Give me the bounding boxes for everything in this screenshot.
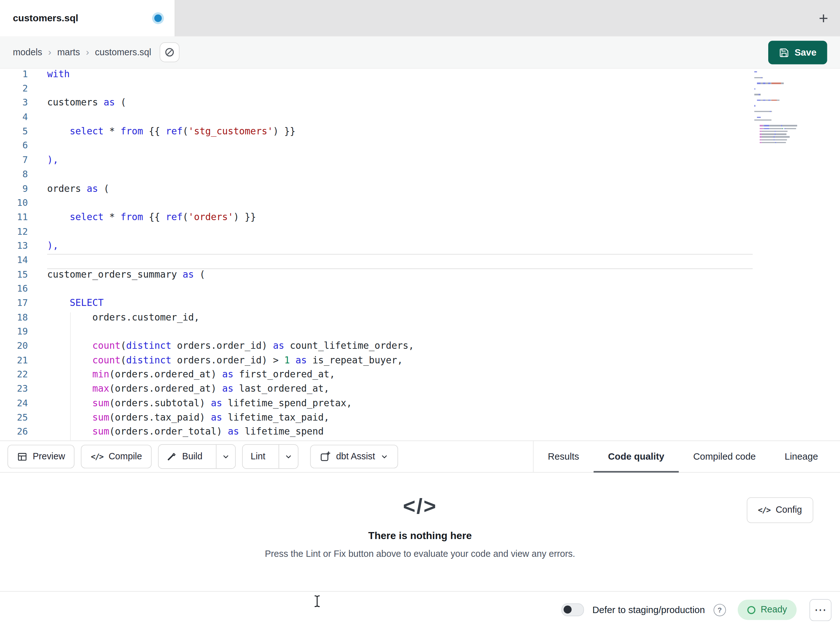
preview-label: Preview bbox=[33, 451, 65, 462]
code-line[interactable]: 6 bbox=[0, 140, 840, 154]
config-label: Config bbox=[775, 505, 802, 516]
code-line[interactable]: 19 bbox=[0, 326, 840, 340]
status-bar: Defer to staging/production ? Ready ⋯ bbox=[0, 591, 840, 628]
line-number: 14 bbox=[0, 255, 28, 269]
code-line[interactable]: 13), bbox=[0, 240, 840, 255]
code-line[interactable]: 4 bbox=[0, 111, 840, 126]
code-line[interactable]: 16 bbox=[0, 283, 840, 297]
hammer-icon bbox=[167, 451, 177, 462]
code-line[interactable]: 7), bbox=[0, 154, 840, 169]
indent-guide bbox=[70, 312, 71, 440]
line-number: 21 bbox=[0, 354, 28, 369]
line-number: 19 bbox=[0, 326, 28, 340]
build-button[interactable]: Build bbox=[158, 445, 210, 468]
assist-sparkle-icon bbox=[320, 451, 331, 462]
code-line[interactable]: 20 count(distinct orders.order_id) as co… bbox=[0, 340, 840, 354]
code-editor[interactable]: 1with23customers as (45 select * from {{… bbox=[0, 69, 840, 441]
line-number: 4 bbox=[0, 111, 28, 126]
save-icon bbox=[779, 47, 789, 57]
tab-lineage[interactable]: Lineage bbox=[770, 441, 832, 472]
line-number: 15 bbox=[0, 269, 28, 283]
code-line[interactable]: 9orders as ( bbox=[0, 183, 840, 197]
line-number: 20 bbox=[0, 340, 28, 354]
new-tab-button[interactable]: + bbox=[819, 0, 828, 36]
toggle-knob bbox=[564, 605, 571, 613]
minimap[interactable] bbox=[754, 71, 804, 145]
compile-button[interactable]: </> Compile bbox=[81, 445, 152, 468]
chevron-down-icon bbox=[284, 452, 292, 460]
tab-code-quality[interactable]: Code quality bbox=[594, 441, 679, 472]
code-lines: 1with23customers as (45 select * from {{… bbox=[0, 69, 840, 440]
line-number: 22 bbox=[0, 369, 28, 383]
format-icon bbox=[164, 47, 175, 57]
breadcrumb-customers-sql[interactable]: customers.sql bbox=[95, 47, 151, 58]
line-number: 24 bbox=[0, 397, 28, 412]
lint-dropdown-button[interactable] bbox=[279, 445, 298, 468]
breadcrumb-row: models › marts › customers.sql Save bbox=[0, 36, 840, 69]
build-dropdown-button[interactable] bbox=[216, 445, 235, 468]
line-number: 8 bbox=[0, 169, 28, 183]
compile-label: Compile bbox=[109, 451, 142, 462]
code-line[interactable]: 18 orders.customer_id, bbox=[0, 312, 840, 326]
code-line[interactable]: 17 SELECT bbox=[0, 297, 840, 312]
lint-button[interactable]: Lint bbox=[243, 445, 273, 468]
ready-status-badge[interactable]: Ready bbox=[738, 600, 797, 620]
chevron-down-icon bbox=[381, 452, 388, 460]
code-line[interactable]: 21 count(distinct orders.order_id) > 1 a… bbox=[0, 354, 840, 369]
line-number: 1 bbox=[0, 69, 28, 83]
unsaved-changes-dot-icon bbox=[154, 14, 162, 22]
line-number: 6 bbox=[0, 140, 28, 154]
text-cursor-icon bbox=[313, 595, 321, 607]
preview-button[interactable]: Preview bbox=[8, 445, 75, 468]
line-number: 3 bbox=[0, 97, 28, 111]
plus-icon: + bbox=[819, 9, 828, 27]
code-line[interactable]: 1with bbox=[0, 69, 840, 83]
tab-compiled-code[interactable]: Compiled code bbox=[679, 441, 770, 472]
line-number: 16 bbox=[0, 283, 28, 297]
breadcrumb-models[interactable]: models bbox=[13, 47, 42, 58]
code-line[interactable]: 25 sum(orders.tax_paid) as lifetime_tax_… bbox=[0, 412, 840, 426]
line-number: 11 bbox=[0, 212, 28, 226]
help-icon[interactable]: ? bbox=[714, 604, 726, 616]
line-number: 5 bbox=[0, 126, 28, 140]
empty-state: </> There is nothing here Press the Lint… bbox=[0, 473, 840, 559]
dbt-assist-button[interactable]: dbt Assist bbox=[310, 445, 398, 468]
tab-results[interactable]: Results bbox=[533, 441, 594, 472]
code-line[interactable]: 12 bbox=[0, 226, 840, 240]
empty-state-title: There is nothing here bbox=[368, 530, 472, 542]
save-button[interactable]: Save bbox=[768, 41, 827, 64]
code-line[interactable]: 5 select * from {{ ref('stg_customers') … bbox=[0, 126, 840, 140]
code-line[interactable]: 10 bbox=[0, 197, 840, 212]
code-line[interactable]: 23 max(orders.ordered_at) as last_ordere… bbox=[0, 383, 840, 397]
breadcrumb-marts[interactable]: marts bbox=[57, 47, 80, 58]
format-button[interactable] bbox=[160, 42, 180, 62]
config-button[interactable]: </> Config bbox=[747, 497, 813, 523]
line-number: 23 bbox=[0, 383, 28, 397]
empty-state-subtitle: Press the Lint or Fix button above to ev… bbox=[265, 549, 575, 559]
code-line[interactable]: 22 min(orders.ordered_at) as first_order… bbox=[0, 369, 840, 383]
editor-toolbar: Preview </> Compile Build Lint bbox=[0, 441, 840, 473]
ready-label: Ready bbox=[761, 604, 787, 615]
file-tab-title: customers.sql bbox=[13, 13, 78, 24]
line-number: 9 bbox=[0, 183, 28, 197]
line-number: 7 bbox=[0, 154, 28, 169]
file-tab-customers-sql[interactable]: customers.sql bbox=[0, 0, 175, 36]
code-line[interactable]: 24 sum(orders.subtotal) as lifetime_spen… bbox=[0, 397, 840, 412]
code-line[interactable]: 3customers as ( bbox=[0, 97, 840, 111]
save-label: Save bbox=[794, 47, 816, 58]
code-line[interactable]: 2 bbox=[0, 83, 840, 97]
breadcrumb-separator: › bbox=[86, 47, 89, 58]
more-options-button[interactable]: ⋯ bbox=[810, 599, 831, 621]
tab-bar: customers.sql + bbox=[0, 0, 840, 36]
code-line[interactable]: 15customer_orders_summary as ( bbox=[0, 269, 840, 283]
code-line[interactable]: 11 select * from {{ ref('orders') }} bbox=[0, 212, 840, 226]
code-line[interactable]: 26 sum(orders.order_total) as lifetime_s… bbox=[0, 426, 840, 440]
code-line[interactable]: 8 bbox=[0, 169, 840, 183]
line-number: 25 bbox=[0, 412, 28, 426]
build-label: Build bbox=[182, 451, 203, 462]
ellipsis-icon: ⋯ bbox=[814, 603, 827, 617]
code-line[interactable]: 14 bbox=[0, 255, 840, 269]
lint-split-button: Lint bbox=[242, 444, 298, 469]
defer-toggle[interactable] bbox=[561, 603, 584, 616]
code-slash-icon: </> bbox=[403, 494, 437, 518]
